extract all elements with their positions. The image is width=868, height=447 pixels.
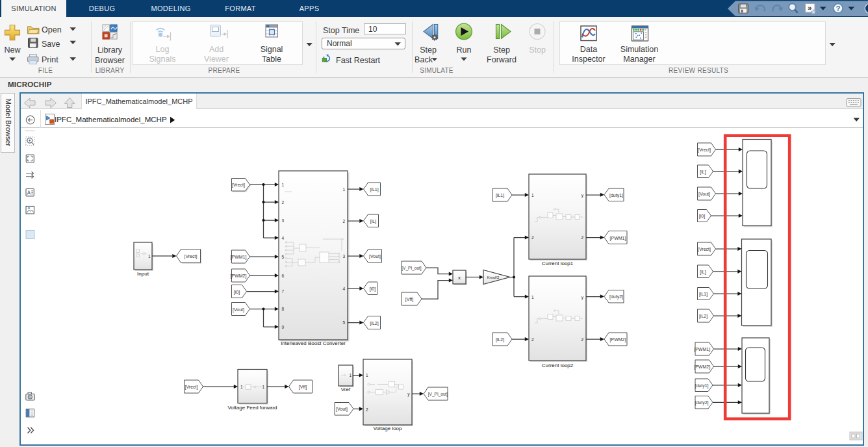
svg-text:[PWM1]: [PWM1]: [231, 255, 247, 260]
svg-text:Kmul/2: Kmul/2: [487, 275, 500, 279]
svg-text:2: 2: [581, 337, 583, 342]
svg-text:[i0]: [i0]: [699, 214, 705, 219]
svg-text:[iL1]: [iL1]: [370, 187, 378, 192]
svg-text:7: 7: [282, 289, 285, 294]
svg-text:1: 1: [342, 187, 345, 192]
svg-text:Vref: Vref: [341, 387, 351, 392]
svg-text:[iL2]: [iL2]: [370, 321, 378, 326]
svg-text:[iL1]: [iL1]: [699, 292, 708, 297]
svg-text:4: 4: [342, 287, 345, 291]
svg-text:[PWM2]: [PWM2]: [231, 274, 247, 279]
svg-text:[iL2]: [iL2]: [496, 337, 504, 342]
svg-text:1: 1: [148, 254, 151, 259]
svg-text:[iL]: [iL]: [700, 170, 706, 175]
svg-text:[iL1]: [iL1]: [496, 193, 504, 198]
svg-text:1: 1: [282, 183, 285, 187]
svg-text:[Vout]: [Vout]: [698, 192, 710, 197]
svg-text:9: 9: [282, 325, 285, 329]
svg-text:1: 1: [366, 373, 368, 377]
svg-text:[Vrect]: [Vrect]: [185, 385, 198, 390]
svg-text:[Vout]: [Vout]: [336, 407, 348, 412]
svg-text:[Vrect]: [Vrect]: [698, 247, 711, 252]
svg-text:[Vff]: [Vff]: [299, 385, 307, 390]
svg-text:Voltage loop: Voltage loop: [373, 426, 402, 431]
svg-text:Interleaved Boost Converter: Interleaved Boost Converter: [281, 340, 346, 346]
svg-text:6: 6: [282, 274, 285, 278]
svg-text:Voltage Feed forward: Voltage Feed forward: [227, 405, 277, 411]
svg-text:[duty2]: [duty2]: [695, 400, 708, 405]
svg-text:[Vout]: [Vout]: [369, 254, 381, 259]
svg-text:2: 2: [531, 337, 534, 342]
svg-text:[i0]: [i0]: [370, 287, 376, 292]
svg-text:[iL2]: [iL2]: [699, 314, 708, 319]
svg-text:[PWM1]: [PWM1]: [610, 236, 626, 241]
svg-text:8: 8: [282, 307, 285, 311]
svg-text:[Vout]: [Vout]: [233, 307, 244, 313]
svg-text:Current loop1: Current loop1: [542, 261, 574, 266]
svg-text:x: x: [458, 275, 461, 281]
svg-text:2: 2: [342, 219, 345, 224]
svg-text:[Vrect]: [Vrect]: [232, 183, 245, 188]
svg-text:3: 3: [282, 218, 285, 223]
svg-text:[Vff]: [Vff]: [405, 297, 413, 302]
svg-text:[PWM1]: [PWM1]: [694, 347, 710, 352]
svg-text:4: 4: [282, 236, 285, 240]
svg-text:[duty1]: [duty1]: [695, 383, 708, 389]
svg-text:[V_PI_out]: [V_PI_out]: [428, 392, 448, 397]
svg-text:2: 2: [581, 235, 583, 240]
svg-text:[duty2]: [duty2]: [609, 294, 623, 300]
svg-text:[PWM2]: [PWM2]: [694, 364, 710, 370]
svg-text:1: 1: [349, 373, 351, 377]
svg-text:?: ?: [836, 5, 840, 12]
svg-text:»: »: [808, 4, 811, 12]
svg-text:[Vrect]: [Vrect]: [185, 254, 198, 259]
svg-text:[duty1]: [duty1]: [609, 193, 623, 198]
svg-text:Input: Input: [137, 271, 149, 277]
svg-text:[i0]: [i0]: [234, 290, 240, 295]
svg-text:2: 2: [366, 407, 368, 412]
svg-text:5: 5: [282, 255, 285, 259]
svg-text:[iL]: [iL]: [370, 219, 376, 224]
svg-text:1: 1: [262, 385, 264, 389]
svg-text:[Vrect]: [Vrect]: [698, 147, 711, 153]
svg-text:Current loop2: Current loop2: [542, 363, 574, 368]
svg-text:5: 5: [342, 320, 345, 325]
svg-text:1: 1: [240, 385, 243, 389]
svg-text:3: 3: [342, 254, 345, 259]
svg-text:2: 2: [282, 200, 285, 205]
svg-text:1: 1: [531, 193, 534, 198]
svg-text:2: 2: [531, 235, 534, 240]
svg-text:1: 1: [531, 295, 534, 300]
svg-text:[V_PI_out]: [V_PI_out]: [402, 266, 422, 271]
svg-text:[PWM2]: [PWM2]: [610, 337, 626, 342]
svg-text:[iL]: [iL]: [700, 270, 706, 275]
